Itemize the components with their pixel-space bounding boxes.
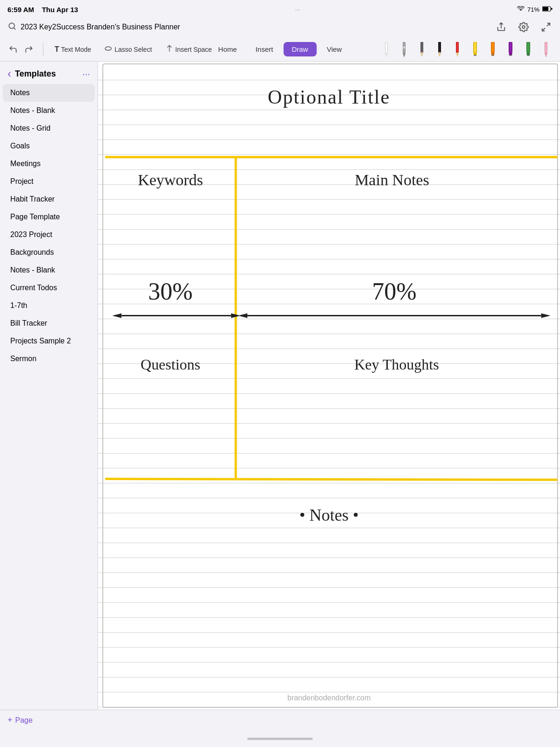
tab-home[interactable]: Home — [210, 42, 245, 56]
sidebar-item-page-template[interactable]: Page Template — [3, 208, 95, 226]
pencil-black-tool[interactable] — [431, 41, 448, 58]
sidebar-item-notes[interactable]: Notes — [3, 84, 95, 102]
sidebar-header: ‹ Templates ··· — [0, 62, 98, 84]
sidebar-item-notes---grid[interactable]: Notes - Grid — [3, 119, 95, 137]
sidebar: ‹ Templates ··· NotesNotes - BlankNotes … — [0, 62, 98, 710]
svg-rect-22 — [456, 42, 459, 53]
insert-space-button[interactable]: Insert Space — [161, 42, 217, 57]
text-mode-label: Text Mode — [61, 46, 91, 53]
pencil-dark-tool[interactable] — [413, 41, 430, 58]
svg-marker-23 — [456, 52, 459, 56]
svg-rect-26 — [474, 55, 476, 56]
bottom-bar: + Page — [0, 710, 560, 730]
home-indicator — [0, 730, 560, 747]
svg-marker-12 — [385, 54, 388, 57]
expand-icon[interactable] — [539, 21, 553, 34]
svg-line-7 — [547, 23, 550, 26]
text-mode-button[interactable]: T Text Mode — [50, 42, 96, 56]
highlighter-yellow-tool[interactable] — [467, 41, 483, 58]
undo-button[interactable] — [6, 42, 21, 57]
title-bar-left: 2023 Key2Success Branden's Business Plan… — [7, 21, 180, 33]
svg-rect-19 — [439, 42, 441, 53]
svg-rect-24 — [474, 42, 477, 53]
lasso-icon — [104, 44, 112, 54]
sidebar-item-2023-project[interactable]: 2023 Project — [3, 226, 95, 244]
battery-icon — [542, 6, 553, 13]
svg-rect-33 — [527, 42, 530, 53]
status-day: Thu Apr 13 — [42, 6, 78, 14]
svg-marker-14 — [403, 54, 406, 57]
pen-pink-tool[interactable] — [538, 41, 554, 58]
sidebar-item-meetings[interactable]: Meetings — [3, 155, 95, 173]
content-area[interactable]: Optional Title Keywords Main Notes 30% 7… — [98, 62, 560, 710]
redo-button[interactable] — [21, 42, 36, 57]
highlighter-purple-tool[interactable] — [502, 41, 519, 58]
svg-rect-32 — [510, 55, 512, 56]
sidebar-item-backgrounds[interactable]: Backgrounds — [3, 244, 95, 261]
sidebar-item-projects-sample-2[interactable]: Projects Sample 2 — [3, 332, 95, 350]
home-bar — [247, 738, 313, 740]
sidebar-title: Templates — [15, 69, 56, 79]
status-bar: 6:59 AM Thu Apr 13 ··· 71% — [0, 0, 560, 17]
tab-view[interactable]: View — [318, 42, 350, 56]
main-layout: ‹ Templates ··· NotesNotes - BlankNotes … — [0, 62, 560, 710]
sidebar-item-sermon[interactable]: Sermon — [3, 350, 95, 368]
pen-A-tool[interactable]: A — [396, 41, 413, 58]
wifi-icon — [517, 6, 525, 13]
svg-marker-20 — [439, 52, 441, 56]
search-icon[interactable] — [7, 21, 17, 33]
sidebar-back-icon[interactable]: ‹ — [7, 67, 11, 80]
battery-level: 71% — [527, 6, 539, 13]
svg-marker-37 — [545, 54, 547, 57]
toolbar-nav — [6, 42, 36, 57]
tab-draw[interactable]: Draw — [283, 42, 316, 56]
highlighter-green-tool[interactable] — [520, 41, 537, 58]
svg-rect-1 — [543, 7, 548, 11]
svg-point-9 — [105, 47, 112, 50]
lined-paper-bg — [98, 62, 560, 710]
svg-point-3 — [9, 23, 14, 28]
sidebar-item-notes---blank[interactable]: Notes - Blank — [3, 102, 95, 119]
toolbar-separator-1 — [43, 43, 43, 56]
text-mode-icon: T — [55, 45, 59, 54]
toolbar: T Text Mode Lasso Select Insert Space — [0, 37, 560, 62]
settings-icon[interactable] — [517, 21, 530, 34]
document-title: 2023 Key2Success Branden's Business Plan… — [21, 23, 180, 31]
sidebar-item-goals[interactable]: Goals — [3, 137, 95, 155]
toolbar-left: T Text Mode Lasso Select Insert Space — [6, 42, 217, 57]
svg-rect-18 — [421, 52, 423, 53]
sidebar-item-1-7th[interactable]: 1-7th — [3, 297, 95, 314]
insert-space-icon — [165, 44, 174, 54]
svg-rect-16 — [421, 42, 423, 53]
add-page-label: Page — [15, 716, 33, 725]
sidebar-item-notes---blank[interactable]: Notes - Blank — [3, 261, 95, 279]
sidebar-header-left: ‹ Templates — [7, 67, 56, 80]
svg-text:A: A — [403, 45, 406, 49]
tool-icons-row: A — [378, 41, 554, 58]
tab-insert[interactable]: Insert — [247, 42, 282, 56]
highlighter-orange-tool[interactable] — [484, 41, 501, 58]
svg-line-4 — [14, 28, 16, 29]
svg-rect-30 — [509, 42, 512, 53]
pen-white-tool[interactable] — [378, 41, 395, 58]
share-icon[interactable] — [495, 21, 508, 34]
nav-tabs: Home Insert Draw View — [210, 42, 350, 56]
sidebar-items-list: NotesNotes - BlankNotes - GridGoalsMeeti… — [0, 84, 98, 368]
svg-rect-35 — [527, 55, 530, 56]
title-bar-right — [495, 21, 553, 34]
svg-line-8 — [542, 28, 545, 31]
add-page-button[interactable]: + Page — [7, 715, 33, 725]
sidebar-item-bill-tracker[interactable]: Bill Tracker — [3, 314, 95, 332]
status-dots: ··· — [295, 6, 300, 13]
sidebar-item-current-todos[interactable]: Current Todos — [3, 279, 95, 297]
sidebar-more-icon[interactable]: ··· — [82, 69, 90, 79]
add-page-plus-icon: + — [7, 715, 13, 725]
sidebar-item-habit-tracker[interactable]: Habit Tracker — [3, 190, 95, 208]
insert-space-label: Insert Space — [175, 46, 212, 53]
sidebar-item-project[interactable]: Project — [3, 173, 95, 190]
lasso-select-label: Lasso Select — [114, 46, 152, 53]
pencil-red-tool[interactable] — [449, 41, 466, 58]
svg-rect-36 — [545, 42, 547, 54]
lasso-select-button[interactable]: Lasso Select — [99, 42, 156, 57]
svg-rect-29 — [492, 55, 494, 56]
